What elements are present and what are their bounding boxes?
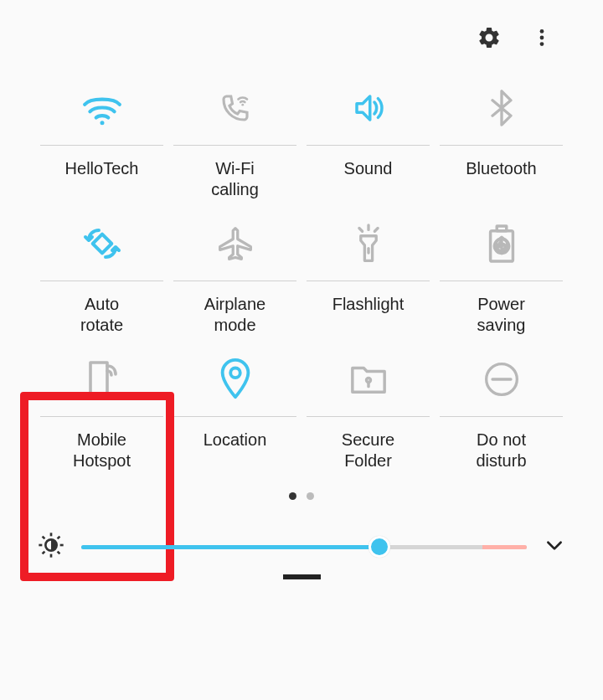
power-saving-icon (487, 224, 517, 266)
wifi-icon (81, 90, 123, 129)
svg-point-0 (540, 29, 544, 33)
quick-settings-header (34, 17, 570, 79)
hotspot-icon (85, 359, 119, 403)
slider-thumb[interactable] (368, 536, 390, 558)
tile-auto-rotate[interactable]: Auto rotate (40, 214, 163, 340)
svg-line-22 (43, 537, 45, 539)
svg-line-24 (43, 552, 45, 554)
tile-label: Sound (344, 158, 393, 204)
tile-label: Flashlight (332, 294, 405, 340)
tile-label: Bluetooth (466, 158, 537, 204)
slider-fill (81, 545, 379, 549)
tile-secure-folder[interactable]: Secure Folder (307, 350, 430, 476)
panel-handle[interactable] (34, 574, 570, 579)
tile-wifi-calling[interactable]: Wi-Fi calling (173, 79, 296, 204)
tile-airplane-mode[interactable]: Airplane mode (173, 214, 296, 340)
dnd-icon (483, 361, 520, 401)
svg-line-8 (358, 229, 362, 232)
brightness-slider[interactable] (81, 545, 527, 549)
svg-rect-5 (92, 234, 111, 254)
tile-power-saving[interactable]: Power saving (440, 214, 563, 340)
secure-folder-icon (349, 363, 388, 399)
page-indicator[interactable] (34, 492, 570, 500)
chevron-down-icon[interactable] (544, 534, 565, 559)
page-dot-1[interactable] (289, 492, 296, 500)
tile-label: Location (204, 430, 267, 476)
wifi-calling-icon (214, 90, 256, 129)
airplane-icon (215, 225, 255, 265)
tile-flashlight[interactable]: Flashlight (307, 214, 430, 340)
svg-point-4 (241, 104, 244, 106)
tile-sound[interactable]: Sound (307, 79, 430, 204)
flashlight-icon (353, 224, 384, 267)
brightness-icon[interactable] (38, 532, 64, 562)
svg-point-2 (540, 42, 544, 46)
tile-wifi[interactable]: HelloTech (40, 79, 163, 204)
tile-label: Secure Folder (342, 430, 394, 476)
svg-line-9 (374, 229, 378, 232)
sound-icon (348, 90, 389, 129)
tile-label: Do not disturb (476, 430, 526, 476)
tile-mobile-hotspot[interactable]: Mobile Hotspot (40, 350, 163, 476)
svg-point-3 (100, 121, 104, 125)
page-dot-2[interactable] (307, 492, 314, 500)
bluetooth-icon (488, 90, 515, 130)
brightness-control (34, 532, 570, 562)
auto-rotate-icon (82, 224, 122, 267)
more-options-icon[interactable] (531, 27, 553, 52)
svg-rect-11 (497, 226, 507, 231)
tile-label: Wi-Fi calling (211, 158, 259, 204)
tile-label: Power saving (477, 294, 526, 340)
tile-bluetooth[interactable]: Bluetooth (440, 79, 563, 204)
tile-label: Mobile Hotspot (73, 430, 131, 476)
tile-label: Auto rotate (80, 294, 123, 340)
svg-point-1 (540, 36, 544, 40)
svg-point-12 (230, 368, 240, 378)
tile-location[interactable]: Location (173, 350, 296, 476)
svg-line-25 (58, 537, 60, 539)
location-icon (219, 358, 252, 404)
tile-do-not-disturb[interactable]: Do not disturb (440, 350, 563, 476)
gear-icon[interactable] (477, 25, 502, 54)
svg-line-23 (58, 552, 60, 554)
tile-label: HelloTech (65, 158, 139, 204)
quick-settings-grid: HelloTech Wi-Fi calling (34, 79, 570, 476)
tile-label: Airplane mode (204, 294, 265, 340)
slider-warn-zone (482, 545, 527, 549)
